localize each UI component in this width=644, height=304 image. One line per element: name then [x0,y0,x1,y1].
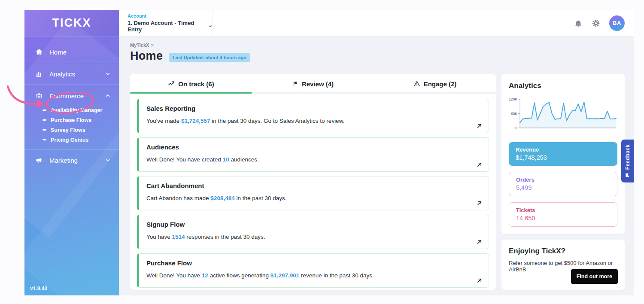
stat-label: Revenue [516,146,611,153]
find-out-more-button[interactable]: Find out more [571,269,618,284]
tab-on-track[interactable]: On track (6) [130,74,252,94]
stat-label: Tickets [516,207,610,213]
analytics-title: Analytics [509,82,617,90]
chevron-down-icon [105,71,110,76]
open-link-arrow-icon[interactable] [476,200,483,207]
tabs-track [130,92,496,94]
open-link-arrow-icon[interactable] [476,161,483,168]
megaphone-icon [35,156,43,164]
sidebar-subitem-purchase-flows[interactable]: Purchase Flows [24,115,119,125]
feedback-bubble-icon [626,173,630,178]
page-title: Home [130,49,163,63]
stat-value: 14,650 [516,215,610,222]
sidebar-subitem-pricing-genius[interactable]: Pricing Genius [24,135,119,145]
account-value: 1. Demo Account - Timed Entry [128,20,205,33]
tab-review[interactable]: Review (4) [252,74,374,94]
sidebar-item-analytics[interactable]: Analytics [24,64,119,83]
sidebar-divider [24,149,119,149]
insight-card[interactable]: Signup FlowYou have 1514 responses in th… [137,215,489,249]
shopping-basket-icon [35,92,43,100]
open-link-arrow-icon[interactable] [476,239,483,245]
referral-card: Enjoying TickX? Refer someone to get $50… [501,240,625,290]
sidebar-subitem-availability-manager[interactable]: Availability Manager [24,105,119,115]
chevron-down-icon [105,158,110,163]
sidebar: TICKX Home Analytics [24,10,119,295]
sidebar-subitem-label: Purchase Flows [51,117,91,123]
svg-text:120K: 120K [509,97,517,101]
card-text: You have 1514 responses in the past 30 d… [146,234,481,240]
orders-stat[interactable]: Orders 5,499 [509,172,617,196]
revenue-stat[interactable]: Revenue $1,748,253 [509,142,617,166]
dash-bullet-icon [43,109,46,111]
dash-bullet-icon [43,119,46,121]
analytics-chart: 120K60K0 [509,95,617,136]
main-panel: On track (6) Review (4) Engage (2) Sales… [130,74,496,290]
card-text: You've made $1,724,557 in the past 30 da… [146,118,481,124]
insight-card[interactable]: Sales ReportingYou've made $1,724,557 in… [137,99,489,133]
sidebar-item-label: Ecommerce [49,92,84,100]
account-label: Account [128,13,212,18]
card-title: Sales Reporting [146,105,481,112]
notifications-bell-icon[interactable] [574,19,583,27]
last-updated-badge: Last Updated: about 4 hours ago [169,53,250,62]
sidebar-item-label: Marketing [49,157,78,164]
open-link-arrow-icon[interactable] [476,123,483,129]
dash-bullet-icon [43,139,46,140]
breadcrumb-item[interactable]: MyTickX [130,43,149,48]
tab-label: On track (6) [178,80,214,88]
sidebar-item-label: Analytics [49,70,75,78]
card-title: Cart Abandonment [146,182,481,189]
account-selector[interactable]: Account 1. Demo Account - Timed Entry [119,10,213,36]
home-icon [35,48,43,56]
feedback-tab[interactable]: Feedback [621,140,634,182]
tabs-bar: On track (6) Review (4) Engage (2) [130,74,496,94]
sidebar-item-home[interactable]: Home [24,43,119,61]
flag-icon [292,81,298,87]
version-label: v1.9.43 [30,286,47,292]
dash-bullet-icon [43,129,46,131]
sidebar-item-ecommerce[interactable]: Ecommerce [24,86,119,105]
insight-card[interactable]: AudiencesWell Done! You have created 10 … [137,137,489,172]
card-text: Well Done! You have created 10 audiences… [146,156,481,163]
warning-triangle-icon [413,80,420,87]
stat-value: $1,748,253 [516,154,611,161]
topbar: Account 1. Demo Account - Timed Entry BA [119,10,634,36]
sidebar-item-marketing[interactable]: Marketing [24,151,119,170]
card-text: Well Done! You have 12 active flows gene… [146,272,481,279]
app-window: TICKX Home Analytics [24,10,634,295]
svg-text:60K: 60K [511,112,517,116]
settings-gear-icon[interactable] [592,19,600,27]
feedback-tab-label: Feedback [625,144,631,170]
open-link-arrow-icon[interactable] [476,277,483,284]
chevron-down-icon [208,24,212,28]
sidebar-divider [24,63,119,63]
card-title: Purchase Flow [146,259,481,267]
trending-up-icon [168,80,175,87]
sidebar-subitem-survey-flows[interactable]: Survey Flows [24,125,119,135]
card-text: Cart Abandon has made $208,484 in the pa… [146,195,481,201]
tickets-stat[interactable]: Tickets 14,650 [509,202,617,227]
app-logo[interactable]: TICKX [24,10,119,36]
tab-label: Engage (2) [424,80,457,88]
right-column: Analytics 120K60K0 Revenue $1,748,253 Or… [501,74,625,290]
insight-card[interactable]: Purchase FlowWell Done! You have 12 acti… [137,253,489,288]
chevron-up-icon [105,93,110,98]
user-avatar[interactable]: BA [609,15,625,31]
breadcrumb[interactable]: MyTickX> [130,43,154,48]
bar-chart-icon [35,70,43,78]
referral-title: Enjoying TickX? [509,247,617,255]
sidebar-subitem-label: Availability Manager [51,107,102,113]
tab-label: Review (4) [302,80,334,88]
insight-card[interactable]: Cart AbandonmentCart Abandon has made $2… [137,176,489,210]
analytics-card: Analytics 120K60K0 Revenue $1,748,253 Or… [501,74,625,234]
stat-value: 5,499 [516,184,610,191]
svg-text:0: 0 [515,126,517,130]
insight-cards-list: Sales ReportingYou've made $1,724,557 in… [130,94,496,290]
stat-label: Orders [516,176,610,183]
card-title: Signup Flow [146,221,481,228]
sidebar-item-label: Home [49,49,67,56]
tab-engage[interactable]: Engage (2) [374,74,496,94]
sidebar-subitem-label: Survey Flows [51,127,85,133]
sidebar-divider [24,85,119,85]
active-tab-indicator [130,92,252,94]
